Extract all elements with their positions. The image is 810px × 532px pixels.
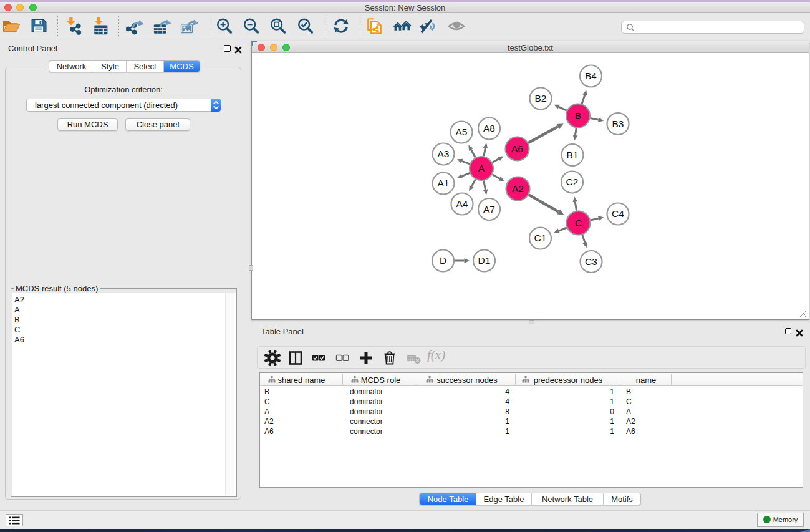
svg-text:C1: C1 (534, 233, 547, 243)
svg-text:A2: A2 (512, 183, 524, 194)
svg-text:A6: A6 (511, 143, 523, 154)
svg-text:B3: B3 (612, 118, 624, 129)
svg-text:B2: B2 (535, 93, 547, 104)
svg-text:A3: A3 (438, 148, 450, 159)
svg-text:B1: B1 (567, 150, 579, 160)
svg-text:A8: A8 (483, 123, 495, 133)
svg-text:D1: D1 (478, 255, 491, 266)
svg-text:A5: A5 (456, 127, 468, 137)
svg-text:B4: B4 (585, 70, 597, 81)
svg-text:A4: A4 (456, 198, 468, 209)
svg-text:A7: A7 (483, 204, 495, 215)
svg-text:D: D (440, 255, 446, 266)
svg-text:C2: C2 (566, 177, 579, 187)
svg-text:C: C (575, 218, 582, 228)
svg-text:A: A (478, 163, 485, 173)
svg-text:A1: A1 (438, 178, 450, 188)
svg-text:B: B (575, 110, 581, 121)
svg-text:C4: C4 (612, 208, 624, 219)
svg-text:C3: C3 (585, 256, 597, 267)
